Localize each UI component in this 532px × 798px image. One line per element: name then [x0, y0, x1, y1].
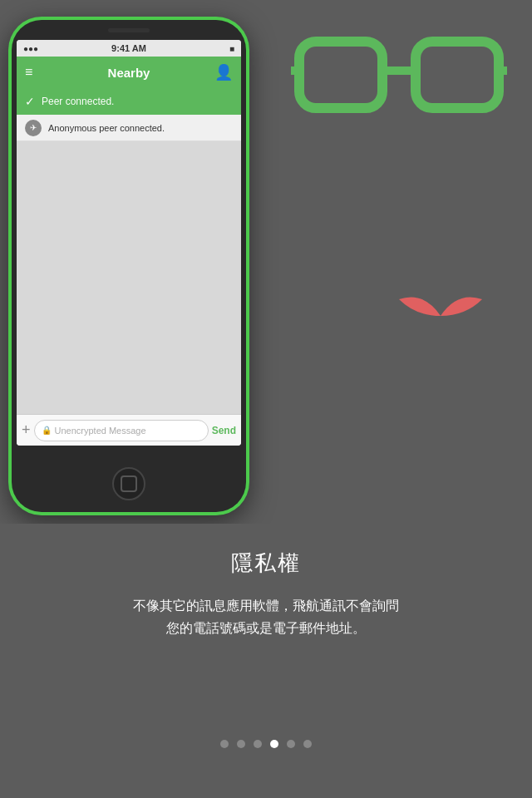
- phone-screen: ●●● 9:41 AM ■ ≡ Nearby 👤 ✓ Peer connecte…: [17, 40, 241, 446]
- message-input-field[interactable]: 🔒 Unencrypted Message: [34, 420, 209, 441]
- check-icon: ✓: [25, 95, 35, 108]
- peer-connected-text: Peer connected.: [42, 96, 114, 107]
- anon-peer-banner: ✈ Anonymous peer connected.: [17, 115, 241, 141]
- message-placeholder: Unencrypted Message: [55, 426, 146, 436]
- hamburger-icon[interactable]: ≡: [25, 66, 32, 79]
- mascot-glasses: [291, 25, 507, 175]
- phone-mockup: ●●● 9:41 AM ■ ≡ Nearby 👤 ✓ Peer connecte…: [8, 17, 249, 532]
- home-button[interactable]: [112, 467, 145, 500]
- input-bar: + 🔒 Unencrypted Message Send: [17, 414, 241, 446]
- nav-bar: ≡ Nearby 👤: [17, 57, 241, 88]
- phone-speaker: [108, 28, 150, 32]
- pagination-dots: [220, 740, 312, 748]
- send-button[interactable]: Send: [212, 425, 236, 436]
- status-bar: ●●● 9:41 AM ■: [17, 40, 241, 57]
- bottom-section: 隱私權 不像其它的訊息應用軟體，飛航通訊不會詢問您的電話號碼或是電子郵件地址。: [0, 524, 532, 798]
- dot-3[interactable]: [254, 740, 262, 748]
- airplane-icon: ✈: [25, 120, 42, 136]
- nav-title: Nearby: [108, 66, 150, 80]
- section-title: 隱私權: [231, 549, 301, 578]
- status-battery: ■: [229, 44, 234, 53]
- user-icon[interactable]: 👤: [214, 63, 233, 81]
- mascot-mustache: [391, 283, 490, 366]
- dot-1[interactable]: [220, 740, 229, 748]
- svg-rect-0: [299, 42, 382, 108]
- lock-icon: 🔒: [42, 426, 52, 435]
- status-time: 9:41 AM: [111, 43, 146, 53]
- dot-6[interactable]: [303, 740, 312, 748]
- peer-connected-banner: ✓ Peer connected.: [17, 88, 241, 115]
- status-signal: ●●●: [23, 44, 38, 53]
- section-description: 不像其它的訊息應用軟體，飛航通訊不會詢問您的電話號碼或是電子郵件地址。: [83, 594, 449, 639]
- svg-rect-1: [416, 42, 499, 108]
- phone-inner-body: ●●● 9:41 AM ■ ≡ Nearby 👤 ✓ Peer connecte…: [12, 20, 246, 512]
- dot-4-active[interactable]: [270, 740, 278, 748]
- phone-body: ●●● 9:41 AM ■ ≡ Nearby 👤 ✓ Peer connecte…: [8, 17, 249, 515]
- home-button-inner: [121, 475, 137, 492]
- dot-2[interactable]: [237, 740, 245, 748]
- anon-peer-text: Anonymous peer connected.: [48, 123, 165, 133]
- add-attachment-button[interactable]: +: [22, 421, 31, 439]
- chat-area: [17, 141, 241, 414]
- dot-5[interactable]: [287, 740, 295, 748]
